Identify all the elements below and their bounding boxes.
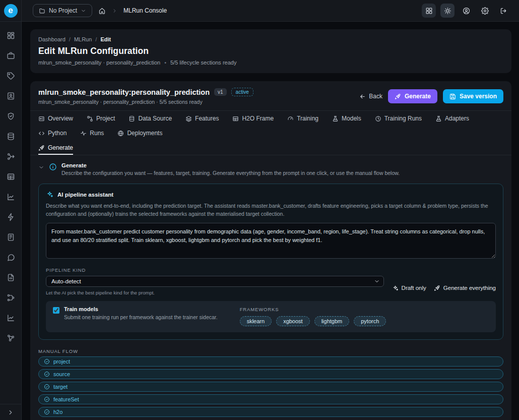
- train-models-box: Train models Submit one training run per…: [46, 301, 496, 332]
- tab-models[interactable]: Models: [332, 111, 361, 126]
- database-icon: [128, 115, 135, 122]
- arrow-left-icon: [359, 93, 366, 100]
- logout-button[interactable]: [496, 4, 510, 18]
- history-icon: [375, 115, 381, 122]
- check-circle-icon: [44, 358, 50, 365]
- sidebar-item-transform[interactable]: [4, 151, 17, 162]
- ai-pipeline-assistant-panel: AI pipeline assistant Describe what you …: [38, 184, 503, 340]
- section-collapse-icon[interactable]: [38, 164, 44, 170]
- generate-section-description: Describe the configuration you want — fe…: [61, 170, 400, 176]
- sidebar-item-chart-line[interactable]: [4, 191, 17, 202]
- tab-generate[interactable]: Generate: [38, 140, 73, 155]
- gauge-icon: [287, 115, 294, 122]
- tab-features[interactable]: Features: [185, 111, 219, 126]
- left-sidebar: [0, 22, 22, 420]
- tab-training-runs[interactable]: Training Runs: [375, 111, 422, 126]
- tab-h2o-frame[interactable]: H2O Frame: [232, 111, 274, 126]
- manual-flow-list: projectsourcetargetfeatureSeth2o: [38, 356, 503, 417]
- sidebar-item-nodes[interactable]: [4, 332, 17, 343]
- sidebar-item-id-badge[interactable]: [4, 90, 17, 101]
- pipeline-kind-label: PIPELINE KIND: [46, 267, 496, 273]
- tab-overview[interactable]: Overview: [38, 111, 73, 126]
- breadcrumb-mlrun[interactable]: MLRun: [74, 36, 92, 42]
- sidebar-item-shield-check[interactable]: [4, 110, 17, 122]
- tab-training[interactable]: Training: [287, 111, 318, 126]
- topbar-breadcrumb[interactable]: MLRun Console: [123, 7, 167, 14]
- page-subtitle: mlrun_smoke_personality · personality_pr…: [38, 59, 160, 66]
- sidebar-item-tag[interactable]: [4, 70, 17, 81]
- check-circle-icon: [44, 409, 50, 415]
- generate-everything-button[interactable]: Generate everything: [434, 285, 496, 291]
- tab-data-source[interactable]: Data Source: [128, 111, 172, 126]
- tab-deployments[interactable]: Deployments: [117, 126, 162, 140]
- home-icon[interactable]: [98, 7, 106, 15]
- back-button[interactable]: Back: [359, 93, 382, 100]
- manual-flow-step-project[interactable]: project: [38, 356, 503, 367]
- user-icon: [463, 7, 470, 15]
- sidebar-item-briefcase[interactable]: [4, 50, 17, 61]
- manual-flow-step-h2o[interactable]: h2o: [38, 407, 503, 417]
- tag-icon: [7, 72, 15, 80]
- train-models-label: Train models: [64, 306, 218, 312]
- sidebar-item-zap[interactable]: [4, 211, 17, 222]
- pipeline-kind-select[interactable]: Auto-detect: [46, 276, 384, 287]
- apps-grid-button[interactable]: [422, 4, 436, 18]
- sidebar-expand-icon[interactable]: [7, 409, 14, 416]
- frameworks-label: FRAMEWORKS: [240, 307, 386, 312]
- pipeline-kind-help: Let the AI pick the best pipeline kind f…: [46, 290, 384, 295]
- sidebar-item-journal[interactable]: [4, 231, 17, 243]
- sidebar-item-chat[interactable]: [4, 252, 17, 263]
- sparkles-icon: [46, 191, 53, 198]
- page-header-card: Dashboard / MLRun / Edit Edit MLRun Conf…: [30, 29, 511, 73]
- prompt-textarea[interactable]: From master.bank_customer predict custom…: [46, 223, 496, 259]
- breadcrumb-dashboard[interactable]: Dashboard: [38, 36, 66, 42]
- train-models-checkbox[interactable]: [53, 307, 59, 314]
- generate-button[interactable]: Generate: [388, 89, 437, 103]
- flow-icon: [87, 115, 93, 122]
- status-badge: active: [231, 88, 253, 96]
- sidebar-item-table[interactable]: [4, 171, 17, 182]
- tab-runs[interactable]: Runs: [80, 126, 104, 140]
- framework-pill-lightgbm[interactable]: lightgbm: [314, 316, 350, 326]
- apps-grid-icon: [425, 7, 433, 15]
- sun-icon: [444, 7, 451, 15]
- manual-flow-label: MANUAL FLOW: [38, 348, 503, 354]
- framework-pill-pytorch[interactable]: pytorch: [354, 316, 386, 326]
- table-icon: [232, 115, 239, 122]
- draft-only-button[interactable]: Draft only: [392, 285, 426, 291]
- flask-icon: [332, 115, 339, 122]
- manual-flow-step-target[interactable]: target: [38, 382, 503, 392]
- settings-button[interactable]: [478, 4, 492, 18]
- shield-check-icon: [7, 112, 15, 121]
- database-icon: [7, 132, 15, 141]
- sidebar-item-dashboard[interactable]: [4, 30, 17, 41]
- assistant-title: AI pipeline assistant: [57, 192, 113, 198]
- sidebar-item-workflow[interactable]: [4, 292, 17, 303]
- sidebar-item-database[interactable]: [4, 131, 17, 142]
- top-bar: e No Project MLRun Console: [0, 0, 519, 22]
- project-selector[interactable]: No Project: [33, 4, 92, 17]
- flask-icon: [435, 115, 442, 122]
- theme-toggle-button[interactable]: [440, 4, 455, 18]
- tab-python[interactable]: Python: [38, 126, 67, 140]
- breadcrumb: Dashboard / MLRun / Edit: [38, 36, 503, 42]
- app-logo[interactable]: e: [0, 0, 22, 21]
- save-version-button[interactable]: Save version: [443, 89, 503, 103]
- workflow-icon: [7, 293, 15, 302]
- manual-flow-step-source[interactable]: source: [38, 369, 503, 379]
- sidebar-item-file-code[interactable]: [4, 272, 17, 283]
- config-subtitle: mlrun_smoke_personality · personality_pr…: [38, 99, 253, 105]
- framework-pill-xgboost[interactable]: xgboost: [276, 316, 310, 326]
- check-circle-icon: [44, 371, 50, 377]
- check-circle-icon: [44, 396, 50, 402]
- manual-flow-step-featureSet[interactable]: featureSet: [38, 394, 503, 404]
- tab-project[interactable]: Project: [87, 111, 115, 126]
- account-button[interactable]: [459, 4, 473, 18]
- page-status: 5/5 lifecycle sections ready: [170, 59, 236, 66]
- sidebar-item-chart-line[interactable]: [4, 312, 17, 323]
- panel-icon: [38, 115, 45, 122]
- config-title: mlrun_smoke_personality:personality_pred…: [38, 88, 210, 96]
- train-models-description: Submit one training run per framework ag…: [64, 314, 218, 320]
- framework-pill-sklearn[interactable]: sklearn: [240, 316, 272, 326]
- tab-adapters[interactable]: Adapters: [435, 111, 469, 126]
